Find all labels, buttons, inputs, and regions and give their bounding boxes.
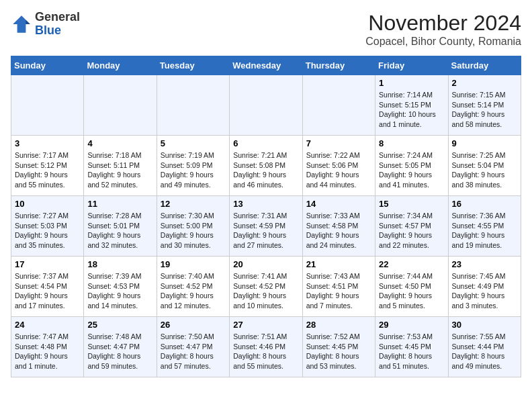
day-info: Sunrise: 7:24 AM Sunset: 5:05 PM Dayligh… <box>379 150 444 190</box>
weekday-header-thursday: Thursday <box>302 56 375 75</box>
calendar-cell: 6Sunrise: 7:21 AM Sunset: 5:08 PM Daylig… <box>230 136 302 196</box>
day-number: 14 <box>306 199 371 209</box>
calendar-cell: 27Sunrise: 7:51 AM Sunset: 4:46 PM Dayli… <box>230 317 302 377</box>
day-info: Sunrise: 7:36 AM Sunset: 4:55 PM Dayligh… <box>452 211 517 250</box>
day-number: 15 <box>379 199 444 209</box>
calendar-week-row: 24Sunrise: 7:47 AM Sunset: 4:48 PM Dayli… <box>11 317 521 377</box>
weekday-header-monday: Monday <box>84 56 157 75</box>
calendar-cell: 19Sunrise: 7:40 AM Sunset: 4:52 PM Dayli… <box>157 257 229 317</box>
day-info: Sunrise: 7:37 AM Sunset: 4:54 PM Dayligh… <box>15 271 80 311</box>
calendar-cell: 22Sunrise: 7:44 AM Sunset: 4:50 PM Dayli… <box>375 257 448 317</box>
day-number: 5 <box>161 138 226 148</box>
day-number: 1 <box>379 78 444 88</box>
day-number: 19 <box>161 259 226 269</box>
calendar-cell: 10Sunrise: 7:27 AM Sunset: 5:03 PM Dayli… <box>11 196 84 257</box>
day-number: 18 <box>87 259 152 269</box>
day-number: 4 <box>87 138 152 148</box>
day-info: Sunrise: 7:31 AM Sunset: 4:59 PM Dayligh… <box>233 211 298 250</box>
day-number: 2 <box>452 78 517 88</box>
calendar-cell: 30Sunrise: 7:55 AM Sunset: 4:44 PM Dayli… <box>448 317 521 377</box>
day-info: Sunrise: 7:45 AM Sunset: 4:49 PM Dayligh… <box>452 271 517 311</box>
calendar-cell: 11Sunrise: 7:28 AM Sunset: 5:01 PM Dayli… <box>84 196 157 257</box>
calendar-cell: 15Sunrise: 7:34 AM Sunset: 4:57 PM Dayli… <box>375 196 448 257</box>
day-number: 24 <box>15 320 80 330</box>
day-info: Sunrise: 7:52 AM Sunset: 4:45 PM Dayligh… <box>306 332 371 371</box>
day-info: Sunrise: 7:43 AM Sunset: 4:51 PM Dayligh… <box>306 271 371 311</box>
calendar-cell: 8Sunrise: 7:24 AM Sunset: 5:05 PM Daylig… <box>375 136 448 196</box>
calendar-cell <box>84 75 157 136</box>
day-info: Sunrise: 7:25 AM Sunset: 5:04 PM Dayligh… <box>452 150 517 190</box>
calendar-table: SundayMondayTuesdayWednesdayThursdayFrid… <box>11 56 521 377</box>
calendar-cell: 17Sunrise: 7:37 AM Sunset: 4:54 PM Dayli… <box>11 257 84 317</box>
day-number: 28 <box>306 320 371 330</box>
day-info: Sunrise: 7:41 AM Sunset: 4:52 PM Dayligh… <box>233 271 298 311</box>
day-info: Sunrise: 7:18 AM Sunset: 5:11 PM Dayligh… <box>87 150 152 190</box>
day-number: 6 <box>233 138 298 148</box>
logo-icon <box>11 13 32 35</box>
day-number: 9 <box>452 138 517 148</box>
calendar-cell: 2Sunrise: 7:15 AM Sunset: 5:14 PM Daylig… <box>448 75 521 136</box>
weekday-header-tuesday: Tuesday <box>157 56 229 75</box>
calendar-cell: 23Sunrise: 7:45 AM Sunset: 4:49 PM Dayli… <box>448 257 521 317</box>
day-number: 8 <box>379 138 444 148</box>
day-info: Sunrise: 7:27 AM Sunset: 5:03 PM Dayligh… <box>15 211 80 250</box>
calendar-cell: 13Sunrise: 7:31 AM Sunset: 4:59 PM Dayli… <box>230 196 302 257</box>
day-info: Sunrise: 7:33 AM Sunset: 4:58 PM Dayligh… <box>306 211 371 250</box>
day-info: Sunrise: 7:28 AM Sunset: 5:01 PM Dayligh… <box>87 211 152 250</box>
calendar-week-row: 1Sunrise: 7:14 AM Sunset: 5:15 PM Daylig… <box>11 75 521 136</box>
title-block: November 2024 Copacel, Bihor County, Rom… <box>365 11 521 48</box>
day-number: 23 <box>452 259 517 269</box>
day-number: 17 <box>15 259 80 269</box>
calendar-cell: 1Sunrise: 7:14 AM Sunset: 5:15 PM Daylig… <box>375 75 448 136</box>
day-info: Sunrise: 7:44 AM Sunset: 4:50 PM Dayligh… <box>379 271 444 311</box>
day-number: 20 <box>233 259 298 269</box>
day-info: Sunrise: 7:48 AM Sunset: 4:47 PM Dayligh… <box>87 332 152 371</box>
day-number: 27 <box>233 320 298 330</box>
day-number: 29 <box>379 320 444 330</box>
day-info: Sunrise: 7:47 AM Sunset: 4:48 PM Dayligh… <box>15 332 80 371</box>
day-info: Sunrise: 7:51 AM Sunset: 4:46 PM Dayligh… <box>233 332 298 371</box>
weekday-header-sunday: Sunday <box>11 56 84 75</box>
calendar-cell: 4Sunrise: 7:18 AM Sunset: 5:11 PM Daylig… <box>84 136 157 196</box>
day-info: Sunrise: 7:14 AM Sunset: 5:15 PM Dayligh… <box>379 90 444 130</box>
calendar-cell: 24Sunrise: 7:47 AM Sunset: 4:48 PM Dayli… <box>11 317 84 377</box>
day-info: Sunrise: 7:22 AM Sunset: 5:06 PM Dayligh… <box>306 150 371 190</box>
day-info: Sunrise: 7:53 AM Sunset: 4:45 PM Dayligh… <box>379 332 444 371</box>
day-number: 30 <box>452 320 517 330</box>
day-number: 26 <box>161 320 226 330</box>
calendar-cell: 14Sunrise: 7:33 AM Sunset: 4:58 PM Dayli… <box>302 196 375 257</box>
calendar-cell: 21Sunrise: 7:43 AM Sunset: 4:51 PM Dayli… <box>302 257 375 317</box>
calendar-cell: 12Sunrise: 7:30 AM Sunset: 5:00 PM Dayli… <box>157 196 229 257</box>
day-number: 10 <box>15 199 80 209</box>
day-info: Sunrise: 7:39 AM Sunset: 4:53 PM Dayligh… <box>87 271 152 311</box>
day-info: Sunrise: 7:34 AM Sunset: 4:57 PM Dayligh… <box>379 211 444 250</box>
weekday-header-friday: Friday <box>375 56 448 75</box>
day-info: Sunrise: 7:55 AM Sunset: 4:44 PM Dayligh… <box>452 332 517 371</box>
calendar-cell: 29Sunrise: 7:53 AM Sunset: 4:45 PM Dayli… <box>375 317 448 377</box>
day-number: 25 <box>87 320 152 330</box>
day-info: Sunrise: 7:19 AM Sunset: 5:09 PM Dayligh… <box>161 150 226 190</box>
page-subtitle: Copacel, Bihor County, Romania <box>365 36 521 48</box>
day-number: 22 <box>379 259 444 269</box>
weekday-header-row: SundayMondayTuesdayWednesdayThursdayFrid… <box>11 56 521 75</box>
day-number: 21 <box>306 259 371 269</box>
weekday-header-wednesday: Wednesday <box>230 56 302 75</box>
calendar-week-row: 3Sunrise: 7:17 AM Sunset: 5:12 PM Daylig… <box>11 136 521 196</box>
calendar-cell: 26Sunrise: 7:50 AM Sunset: 4:47 PM Dayli… <box>157 317 229 377</box>
day-info: Sunrise: 7:40 AM Sunset: 4:52 PM Dayligh… <box>161 271 226 311</box>
day-info: Sunrise: 7:30 AM Sunset: 5:00 PM Dayligh… <box>161 211 226 250</box>
page-title: November 2024 <box>365 11 521 36</box>
calendar-week-row: 17Sunrise: 7:37 AM Sunset: 4:54 PM Dayli… <box>11 257 521 317</box>
day-info: Sunrise: 7:15 AM Sunset: 5:14 PM Dayligh… <box>452 90 517 130</box>
day-number: 7 <box>306 138 371 148</box>
calendar-cell: 25Sunrise: 7:48 AM Sunset: 4:47 PM Dayli… <box>84 317 157 377</box>
calendar-cell: 5Sunrise: 7:19 AM Sunset: 5:09 PM Daylig… <box>157 136 229 196</box>
day-info: Sunrise: 7:17 AM Sunset: 5:12 PM Dayligh… <box>15 150 80 190</box>
calendar-cell <box>230 75 302 136</box>
day-number: 13 <box>233 199 298 209</box>
day-number: 11 <box>87 199 152 209</box>
day-info: Sunrise: 7:50 AM Sunset: 4:47 PM Dayligh… <box>161 332 226 371</box>
calendar-cell: 20Sunrise: 7:41 AM Sunset: 4:52 PM Dayli… <box>230 257 302 317</box>
logo-text: General Blue <box>35 11 80 38</box>
calendar-week-row: 10Sunrise: 7:27 AM Sunset: 5:03 PM Dayli… <box>11 196 521 257</box>
